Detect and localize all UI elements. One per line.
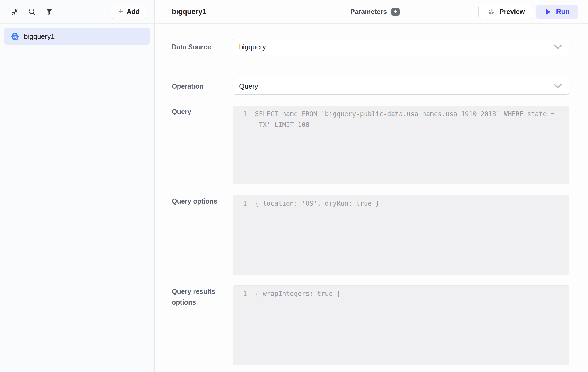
- run-button[interactable]: Run: [536, 5, 578, 19]
- query-editor-panel: bigquery1 Parameters + P: [155, 0, 588, 372]
- eye-icon: [487, 8, 495, 16]
- query-results-options-row: Query results options 1 { wrapIntegers: …: [172, 285, 569, 365]
- parameters-label: Parameters: [350, 8, 387, 16]
- query-panel-sidebar: + Add bigquery1: [0, 0, 155, 372]
- run-button-label: Run: [556, 8, 570, 16]
- query-options-row: Query options 1 { location: 'US', dryRun…: [172, 195, 569, 275]
- query-results-options-placeholder: { wrapIntegers: true }: [255, 288, 564, 299]
- operation-label: Operation: [172, 81, 233, 92]
- header-actions: Preview Run: [400, 5, 578, 19]
- query-options-placeholder: { location: 'US', dryRun: true }: [255, 198, 564, 209]
- sidebar-toolbar: + Add: [0, 0, 154, 24]
- add-parameter-button[interactable]: +: [391, 8, 400, 16]
- add-button-label: Add: [127, 8, 140, 16]
- line-number: 1: [233, 288, 247, 299]
- operation-row: Operation Query: [172, 78, 569, 95]
- preview-button-label: Preview: [499, 8, 525, 16]
- query-editor-header: bigquery1 Parameters + P: [155, 0, 588, 24]
- bigquery-icon: [10, 32, 19, 41]
- query-item-label: bigquery1: [24, 32, 55, 41]
- plus-icon: +: [118, 7, 123, 15]
- query-row: Query 1 SELECT name FROM `bigquery-publi…: [172, 106, 569, 184]
- data-source-select[interactable]: bigquery: [233, 39, 569, 55]
- query-list: bigquery1: [0, 24, 154, 45]
- search-icon[interactable]: [27, 7, 37, 16]
- play-icon: [544, 8, 551, 15]
- app-window: + Add bigquery1: [0, 0, 588, 372]
- preview-button[interactable]: Preview: [478, 5, 534, 19]
- query-results-options-editor[interactable]: 1 { wrapIntegers: true }: [233, 285, 569, 365]
- chevron-down-icon: [554, 44, 562, 50]
- query-form: Data Source bigquery Operation Query: [155, 24, 588, 365]
- query-results-options-label: Query results options: [172, 285, 233, 308]
- data-source-label: Data Source: [172, 42, 233, 52]
- query-label: Query: [172, 106, 233, 117]
- query-name-title: bigquery1: [172, 8, 206, 16]
- data-source-value: bigquery: [239, 43, 266, 51]
- sidebar-item-bigquery1[interactable]: bigquery1: [4, 28, 150, 45]
- add-query-button[interactable]: + Add: [111, 5, 147, 19]
- data-source-row: Data Source bigquery: [172, 39, 569, 55]
- collapse-panel-icon[interactable]: [10, 7, 19, 16]
- query-options-editor[interactable]: 1 { location: 'US', dryRun: true }: [233, 195, 569, 275]
- query-options-label: Query options: [172, 195, 233, 206]
- plus-icon: +: [394, 8, 397, 15]
- query-code-placeholder: SELECT name FROM `bigquery-public-data.u…: [255, 109, 564, 130]
- filter-icon[interactable]: [45, 7, 54, 16]
- chevron-down-icon: [554, 84, 562, 89]
- operation-select[interactable]: Query: [233, 78, 569, 95]
- line-number: 1: [233, 198, 247, 209]
- query-code-editor[interactable]: 1 SELECT name FROM `bigquery-public-data…: [233, 106, 569, 184]
- parameters-section: Parameters +: [350, 8, 400, 16]
- operation-value: Query: [239, 82, 258, 91]
- line-number: 1: [233, 109, 247, 119]
